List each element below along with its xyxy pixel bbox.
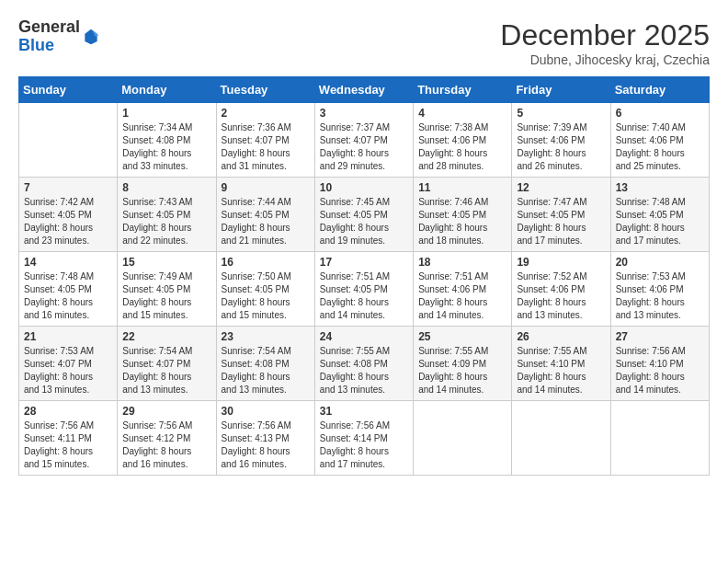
logo-icon bbox=[82, 28, 100, 46]
calendar-cell: 19Sunrise: 7:52 AM Sunset: 4:06 PM Dayli… bbox=[512, 252, 610, 327]
day-info: Sunrise: 7:54 AM Sunset: 4:07 PM Dayligh… bbox=[122, 345, 210, 396]
day-number: 6 bbox=[616, 107, 704, 120]
day-number: 7 bbox=[24, 181, 112, 194]
calendar-cell: 23Sunrise: 7:54 AM Sunset: 4:08 PM Dayli… bbox=[216, 327, 314, 401]
calendar-cell: 18Sunrise: 7:51 AM Sunset: 4:06 PM Dayli… bbox=[414, 252, 512, 327]
day-header-sunday: Sunday bbox=[19, 77, 118, 103]
calendar-cell: 12Sunrise: 7:47 AM Sunset: 4:05 PM Dayli… bbox=[512, 178, 610, 252]
calendar-cell bbox=[19, 103, 118, 178]
day-info: Sunrise: 7:48 AM Sunset: 4:05 PM Dayligh… bbox=[616, 196, 704, 247]
day-number: 15 bbox=[122, 256, 210, 269]
day-number: 21 bbox=[24, 330, 112, 343]
day-number: 23 bbox=[222, 330, 310, 343]
logo: General Blue bbox=[18, 18, 100, 55]
day-info: Sunrise: 7:56 AM Sunset: 4:12 PM Dayligh… bbox=[122, 419, 210, 471]
day-header-tuesday: Tuesday bbox=[216, 77, 314, 103]
location-subtitle: Dubne, Jihocesky kraj, Czechia bbox=[500, 52, 710, 67]
calendar-cell: 17Sunrise: 7:51 AM Sunset: 4:05 PM Dayli… bbox=[314, 252, 413, 327]
day-number: 8 bbox=[122, 181, 210, 194]
day-info: Sunrise: 7:43 AM Sunset: 4:05 PM Dayligh… bbox=[122, 196, 210, 247]
day-info: Sunrise: 7:48 AM Sunset: 4:05 PM Dayligh… bbox=[24, 270, 112, 322]
day-number: 14 bbox=[24, 256, 112, 269]
day-info: Sunrise: 7:46 AM Sunset: 4:05 PM Dayligh… bbox=[418, 196, 506, 247]
calendar-cell: 20Sunrise: 7:53 AM Sunset: 4:06 PM Dayli… bbox=[610, 252, 709, 327]
day-info: Sunrise: 7:51 AM Sunset: 4:05 PM Dayligh… bbox=[320, 270, 408, 322]
day-number: 20 bbox=[616, 256, 704, 269]
day-info: Sunrise: 7:47 AM Sunset: 4:05 PM Dayligh… bbox=[517, 196, 605, 247]
day-number: 3 bbox=[320, 107, 408, 120]
calendar-cell: 31Sunrise: 7:56 AM Sunset: 4:14 PM Dayli… bbox=[314, 401, 413, 476]
day-number: 19 bbox=[517, 256, 605, 269]
day-number: 29 bbox=[122, 405, 210, 418]
day-info: Sunrise: 7:55 AM Sunset: 4:10 PM Dayligh… bbox=[517, 345, 605, 396]
calendar-cell: 10Sunrise: 7:45 AM Sunset: 4:05 PM Dayli… bbox=[314, 178, 413, 252]
calendar-cell: 25Sunrise: 7:55 AM Sunset: 4:09 PM Dayli… bbox=[414, 327, 512, 401]
calendar-cell: 6Sunrise: 7:40 AM Sunset: 4:06 PM Daylig… bbox=[610, 103, 709, 178]
day-info: Sunrise: 7:36 AM Sunset: 4:07 PM Dayligh… bbox=[222, 121, 310, 173]
calendar-cell bbox=[414, 401, 512, 476]
day-info: Sunrise: 7:45 AM Sunset: 4:05 PM Dayligh… bbox=[320, 196, 408, 247]
day-number: 22 bbox=[122, 330, 210, 343]
calendar-week-row: 1Sunrise: 7:34 AM Sunset: 4:08 PM Daylig… bbox=[19, 103, 710, 178]
calendar-cell: 28Sunrise: 7:56 AM Sunset: 4:11 PM Dayli… bbox=[19, 401, 118, 476]
day-number: 17 bbox=[320, 256, 408, 269]
day-info: Sunrise: 7:53 AM Sunset: 4:07 PM Dayligh… bbox=[24, 345, 112, 396]
day-info: Sunrise: 7:44 AM Sunset: 4:05 PM Dayligh… bbox=[222, 196, 310, 247]
day-info: Sunrise: 7:55 AM Sunset: 4:08 PM Dayligh… bbox=[320, 345, 408, 396]
title-block: December 2025 Dubne, Jihocesky kraj, Cze… bbox=[500, 18, 710, 67]
calendar-cell: 21Sunrise: 7:53 AM Sunset: 4:07 PM Dayli… bbox=[19, 327, 118, 401]
calendar-cell: 9Sunrise: 7:44 AM Sunset: 4:05 PM Daylig… bbox=[216, 178, 314, 252]
calendar-cell: 27Sunrise: 7:56 AM Sunset: 4:10 PM Dayli… bbox=[610, 327, 709, 401]
calendar-cell: 11Sunrise: 7:46 AM Sunset: 4:05 PM Dayli… bbox=[414, 178, 512, 252]
day-header-friday: Friday bbox=[512, 77, 610, 103]
calendar-cell: 13Sunrise: 7:48 AM Sunset: 4:05 PM Dayli… bbox=[610, 178, 709, 252]
calendar-header-row: SundayMondayTuesdayWednesdayThursdayFrid… bbox=[19, 77, 710, 103]
day-header-saturday: Saturday bbox=[610, 77, 709, 103]
day-number: 5 bbox=[517, 107, 605, 120]
calendar-cell: 7Sunrise: 7:42 AM Sunset: 4:05 PM Daylig… bbox=[19, 178, 118, 252]
calendar-cell: 1Sunrise: 7:34 AM Sunset: 4:08 PM Daylig… bbox=[118, 103, 216, 178]
day-number: 31 bbox=[320, 405, 408, 418]
day-info: Sunrise: 7:51 AM Sunset: 4:06 PM Dayligh… bbox=[418, 270, 506, 322]
day-info: Sunrise: 7:56 AM Sunset: 4:14 PM Dayligh… bbox=[320, 419, 408, 471]
day-info: Sunrise: 7:53 AM Sunset: 4:06 PM Dayligh… bbox=[616, 270, 704, 322]
day-number: 2 bbox=[222, 107, 310, 120]
calendar-cell: 30Sunrise: 7:56 AM Sunset: 4:13 PM Dayli… bbox=[216, 401, 314, 476]
day-number: 4 bbox=[418, 107, 506, 120]
day-info: Sunrise: 7:52 AM Sunset: 4:06 PM Dayligh… bbox=[517, 270, 605, 322]
page-header: General Blue December 2025 Dubne, Jihoce… bbox=[18, 18, 710, 67]
day-number: 13 bbox=[616, 181, 704, 194]
day-number: 25 bbox=[418, 330, 506, 343]
calendar-cell: 3Sunrise: 7:37 AM Sunset: 4:07 PM Daylig… bbox=[314, 103, 413, 178]
calendar-cell: 14Sunrise: 7:48 AM Sunset: 4:05 PM Dayli… bbox=[19, 252, 118, 327]
calendar-cell bbox=[610, 401, 709, 476]
calendar-cell: 15Sunrise: 7:49 AM Sunset: 4:05 PM Dayli… bbox=[118, 252, 216, 327]
logo-general: General bbox=[18, 18, 80, 37]
calendar-cell: 8Sunrise: 7:43 AM Sunset: 4:05 PM Daylig… bbox=[118, 178, 216, 252]
calendar-week-row: 14Sunrise: 7:48 AM Sunset: 4:05 PM Dayli… bbox=[19, 252, 710, 327]
day-info: Sunrise: 7:56 AM Sunset: 4:13 PM Dayligh… bbox=[222, 419, 310, 471]
day-number: 27 bbox=[616, 330, 704, 343]
day-number: 10 bbox=[320, 181, 408, 194]
day-header-wednesday: Wednesday bbox=[314, 77, 413, 103]
day-info: Sunrise: 7:56 AM Sunset: 4:10 PM Dayligh… bbox=[616, 345, 704, 396]
day-number: 1 bbox=[122, 107, 210, 120]
logo-blue: Blue bbox=[18, 37, 80, 55]
day-number: 12 bbox=[517, 181, 605, 194]
day-number: 9 bbox=[222, 181, 310, 194]
calendar-week-row: 28Sunrise: 7:56 AM Sunset: 4:11 PM Dayli… bbox=[19, 401, 710, 476]
calendar-cell: 16Sunrise: 7:50 AM Sunset: 4:05 PM Dayli… bbox=[216, 252, 314, 327]
day-info: Sunrise: 7:54 AM Sunset: 4:08 PM Dayligh… bbox=[222, 345, 310, 396]
calendar-cell: 4Sunrise: 7:38 AM Sunset: 4:06 PM Daylig… bbox=[414, 103, 512, 178]
day-info: Sunrise: 7:40 AM Sunset: 4:06 PM Dayligh… bbox=[616, 121, 704, 173]
day-info: Sunrise: 7:39 AM Sunset: 4:06 PM Dayligh… bbox=[517, 121, 605, 173]
day-header-monday: Monday bbox=[118, 77, 216, 103]
day-info: Sunrise: 7:38 AM Sunset: 4:06 PM Dayligh… bbox=[418, 121, 506, 173]
day-info: Sunrise: 7:55 AM Sunset: 4:09 PM Dayligh… bbox=[418, 345, 506, 396]
calendar-cell: 24Sunrise: 7:55 AM Sunset: 4:08 PM Dayli… bbox=[314, 327, 413, 401]
day-number: 11 bbox=[418, 181, 506, 194]
day-info: Sunrise: 7:56 AM Sunset: 4:11 PM Dayligh… bbox=[24, 419, 112, 471]
day-number: 24 bbox=[320, 330, 408, 343]
calendar-week-row: 21Sunrise: 7:53 AM Sunset: 4:07 PM Dayli… bbox=[19, 327, 710, 401]
calendar-cell: 2Sunrise: 7:36 AM Sunset: 4:07 PM Daylig… bbox=[216, 103, 314, 178]
